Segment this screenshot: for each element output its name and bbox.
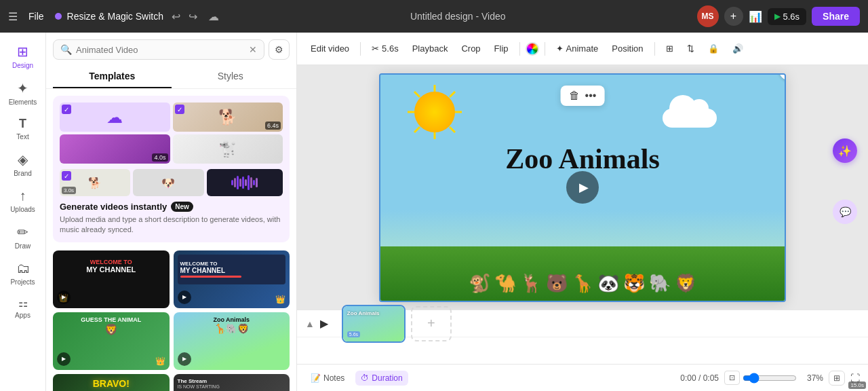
tiger-emoji: 🐯 xyxy=(623,273,645,294)
dog-image-cell: 🐕 6.4s ✓ xyxy=(173,103,283,132)
lock-button[interactable]: 🔒 xyxy=(703,40,724,57)
giraffe-emoji: 🦒 xyxy=(572,273,593,294)
elements-label: Elements xyxy=(9,98,37,106)
projects-label: Projects xyxy=(10,278,35,286)
generate-card[interactable]: ☁ ✓ 🐕 6.4s ✓ 4.0s 🐩 xyxy=(53,96,290,242)
tab-styles[interactable]: Styles xyxy=(172,65,290,88)
generate-row2: 🐕 3.0s ✓ 🐶 15.0s xyxy=(60,169,283,196)
top-bar-left: ☰ File Resize & Magic Switch ↩ ↪ ☁ xyxy=(8,7,219,26)
template-card-channel[interactable]: WELCOME TO MY CHANNEL ▶ 👑 xyxy=(53,250,170,308)
sun-rays-svg xyxy=(408,85,462,139)
sidebar-icons: ⊞ Design ✦ Elements T Text ◈ Brand ↑ Upl… xyxy=(0,33,46,391)
svg-line-7 xyxy=(414,127,420,132)
template-card-zoo[interactable]: Zoo Animals 🦒🐘🦁 ▶ xyxy=(174,312,290,370)
analytics-button[interactable]: 📊 xyxy=(749,10,762,23)
sidebar-item-design[interactable]: ⊞ Design xyxy=(0,38,45,75)
template-card-guess-animal[interactable]: GUESS THE ANIMAL 🦁 ▶ 👑 xyxy=(53,312,170,370)
apps-label: Apps xyxy=(15,312,31,319)
fit-page-button[interactable]: ⊡ xyxy=(724,371,740,385)
hamburger-button[interactable]: ☰ xyxy=(8,10,18,23)
design-icon: ⊞ xyxy=(17,43,28,60)
template-play-button[interactable]: ▶ xyxy=(57,291,71,304)
sidebar-item-projects[interactable]: 🗂 Projects xyxy=(0,255,45,291)
panel-search: 🔍 ✕ ⚙ xyxy=(46,33,296,60)
animate-button[interactable]: ✦ Animate xyxy=(551,40,604,57)
duration-toggle-button[interactable]: ⏱ Duration xyxy=(355,371,408,386)
track-item-1[interactable]: Zoo Animals 5.6s xyxy=(342,305,406,343)
crown2-icon: 👑 xyxy=(275,295,285,304)
volume-button[interactable]: 🔊 xyxy=(727,40,749,57)
grid-view-button[interactable]: ⊞ xyxy=(829,371,845,386)
timeline-play-button[interactable]: ▶ xyxy=(320,317,328,330)
crop-button[interactable]: Crop xyxy=(456,40,486,57)
arrange-icon: ⇅ xyxy=(687,43,694,54)
zoo-animals-emoji: 🦒🐘🦁 xyxy=(178,323,286,334)
brand-dot xyxy=(55,13,62,20)
channel-label: WELCOME TO xyxy=(58,259,164,265)
stream-sublabel: IS NOW STARTING xyxy=(178,384,286,389)
canvas-play-button[interactable]: ▶ xyxy=(566,171,599,204)
position-button[interactable]: Position xyxy=(606,40,648,57)
filter-button[interactable]: ⚙ xyxy=(269,39,290,60)
template-card-blue-channel[interactable]: WELCOME TO MY CHANNEL ▶ 👑 xyxy=(174,250,290,308)
sidebar-item-uploads[interactable]: ↑ Uploads xyxy=(0,183,45,219)
upload-cell: ☁ ✓ xyxy=(60,103,170,132)
track-title: Zoo Animals xyxy=(347,310,400,316)
undo-button[interactable]: ↩ xyxy=(169,7,183,26)
tab-templates[interactable]: Templates xyxy=(53,65,172,88)
generate-title: Generate videos instantly New xyxy=(60,202,283,212)
blue-channel-label: WELCOME TO xyxy=(180,261,283,267)
playback-button[interactable]: Playback xyxy=(407,40,454,57)
draw-icon: ✏ xyxy=(17,224,28,240)
waveform-bar xyxy=(234,178,236,187)
search-clear-button[interactable]: ✕ xyxy=(249,44,257,55)
assistant-button-2[interactable]: 💬 xyxy=(833,200,857,224)
animal-row: 🐒 🐪 🦌 🐻 🦒 🐼 🐯 🐘 🦁 xyxy=(380,273,785,294)
new-badge: New xyxy=(171,202,193,212)
canvas-frame[interactable]: Zoo Animals 🗑 ••• 🐒 🐪 🦌 🐻 🦒 🐼 🐯 🐘 xyxy=(379,73,786,302)
flip-button[interactable]: Flip xyxy=(489,40,514,57)
add-button[interactable]: + xyxy=(724,7,743,26)
share-button[interactable]: Share xyxy=(812,7,860,26)
guess-animal-emoji: 🦁 xyxy=(57,323,165,336)
delete-button[interactable]: 🗑 xyxy=(569,90,580,102)
assistant-button[interactable]: ✨ xyxy=(833,138,857,163)
add-slide-button[interactable]: + xyxy=(411,306,452,341)
edit-video-button[interactable]: Edit video xyxy=(305,40,355,57)
animate-label: Animate xyxy=(566,43,599,54)
text-label: Text xyxy=(16,133,28,141)
template-card-bravo[interactable]: BRAVO! ▶ 👑 xyxy=(53,374,170,391)
template4-play-button[interactable]: ▶ xyxy=(178,352,191,366)
uploads-icon: ↑ xyxy=(20,188,26,204)
zoom-level: 37% xyxy=(800,373,823,383)
zoom-slider[interactable] xyxy=(743,373,797,384)
top-bar-right: MS + 📊 ▶ 5.6s Share xyxy=(697,5,861,27)
panel: 🔍 ✕ ⚙ Templates Styles ☁ ✓ 🐕 6.4 xyxy=(46,33,297,391)
waveform-bar xyxy=(250,177,252,188)
canvas-title: Zoo Animals xyxy=(505,143,660,175)
color-button[interactable] xyxy=(526,42,539,56)
lion-emoji: 🦁 xyxy=(675,273,696,294)
more-options-button[interactable]: ••• xyxy=(585,90,597,102)
sidebar-item-text[interactable]: T Text xyxy=(0,111,45,146)
duration-button[interactable]: ✂ 5.6s xyxy=(366,40,404,57)
template-card-stream[interactable]: The Stream IS NOW STARTING ▶ 👑 xyxy=(174,374,290,391)
template3-play-button[interactable]: ▶ xyxy=(57,352,71,366)
file-button[interactable]: File xyxy=(23,8,50,24)
checkerboard-button[interactable]: ⊞ xyxy=(660,40,679,57)
notes-button[interactable]: 📝 Notes xyxy=(305,371,350,386)
sidebar-item-apps[interactable]: ⚏ Apps xyxy=(0,291,45,324)
sidebar-item-draw[interactable]: ✏ Draw xyxy=(0,219,45,255)
cloud-save-icon: ☁ xyxy=(208,10,219,23)
template2-play-button[interactable]: ▶ xyxy=(178,291,191,304)
sidebar-item-elements[interactable]: ✦ Elements xyxy=(0,75,45,111)
preview-play-button[interactable]: ▶ 5.6s xyxy=(768,8,807,25)
search-input[interactable] xyxy=(76,45,245,55)
hide-timeline-button[interactable]: ▲ xyxy=(305,318,315,329)
redo-button[interactable]: ↪ xyxy=(186,7,200,26)
track-duration-badge: 5.6s xyxy=(347,331,360,337)
arrange-button[interactable]: ⇅ xyxy=(682,40,700,57)
sidebar-item-brand[interactable]: ◈ Brand xyxy=(0,146,45,183)
scissors-icon: ✂ xyxy=(372,43,379,54)
channel-footer: ▶ 👑 xyxy=(58,293,164,303)
